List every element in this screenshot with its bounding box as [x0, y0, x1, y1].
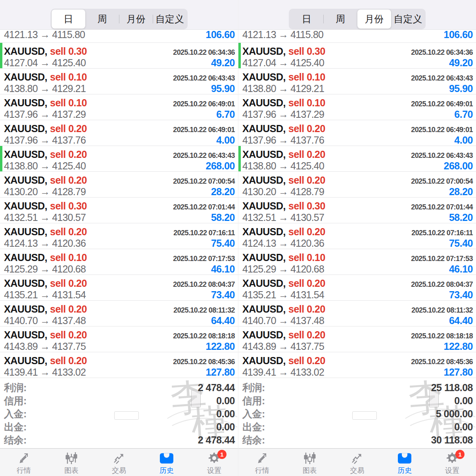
trade-symbol: XAUUSD, — [4, 329, 47, 341]
trade-row[interactable]: XAUUSD, sell 0.10 2025.10.22 06:43:43 41… — [0, 69, 238, 94]
trade-row-line2: 4125.29 → 4120.68 46.10 — [242, 263, 473, 275]
summary-value: 0.00 — [454, 421, 473, 433]
trade-prices: 4137.96 → 4137.29 — [242, 109, 324, 120]
trade-row[interactable]: XAUUSD, sell 0.20 2025.10.22 08:04:37 41… — [0, 275, 238, 301]
tab-charts[interactable]: 图表 — [286, 449, 334, 476]
trade-row[interactable]: XAUUSD, sell 0.30 2025.10.22 07:01:44 41… — [0, 198, 238, 223]
trade-row-partial[interactable]: 4121.13 → 4115.80 106.60 — [238, 30, 476, 43]
tab-charts[interactable]: 图表 — [48, 449, 95, 476]
trade-row[interactable]: XAUUSD, sell 0.20 2025.10.22 08:45:36 41… — [0, 352, 238, 378]
trade-row-line1: XAUUSD, sell 0.30 2025.10.22 06:34:36 — [4, 46, 235, 57]
trade-row[interactable]: XAUUSD, sell 0.20 2025.10.22 08:45:36 41… — [238, 352, 476, 378]
trade-row[interactable]: XAUUSD, sell 0.10 2025.10.22 06:43:43 41… — [238, 69, 476, 94]
profit-highlight-marker — [238, 43, 241, 68]
trade-row-line1: XAUUSD, sell 0.20 2025.10.22 06:43:43 — [4, 149, 235, 160]
trade-side-volume: sell 0.20 — [288, 226, 325, 238]
trade-prices: 4138.80 → 4129.21 — [4, 83, 86, 94]
summary-label: 利润: — [242, 381, 265, 394]
trade-close-time: 2025.10.22 07:16:11 — [411, 229, 473, 237]
trade-side-volume: sell 0.30 — [50, 200, 87, 212]
trade-row-line2: 4138.80 → 4129.21 95.90 — [4, 83, 235, 94]
summary-credit: 信用: 0.00 — [242, 394, 473, 407]
segment-day[interactable]: 日 — [52, 10, 85, 29]
trade-row-line1: XAUUSD, sell 0.30 2025.10.22 07:01:44 — [242, 200, 473, 212]
trade-row[interactable]: XAUUSD, sell 0.20 2025.10.22 08:18:18 41… — [238, 326, 476, 352]
trade-row-line1: XAUUSD, sell 0.20 2025.10.22 07:00:54 — [242, 175, 473, 186]
trade-prices: 4143.89 → 4137.75 — [4, 341, 86, 352]
segment-custom[interactable]: 自定义 — [391, 10, 425, 29]
trade-row[interactable]: XAUUSD, sell 0.20 2025.10.22 08:18:18 41… — [0, 326, 238, 352]
trade-row[interactable]: XAUUSD, sell 0.20 2025.10.22 08:11:32 41… — [0, 301, 238, 326]
trade-row[interactable]: XAUUSD, sell 0.20 2025.10.22 06:49:01 41… — [238, 120, 476, 146]
trade-profit: 106.60 — [206, 29, 235, 40]
trade-row[interactable]: XAUUSD, sell 0.20 2025.10.22 06:43:43 41… — [0, 146, 238, 172]
summary-label: 入金: — [242, 407, 265, 420]
tab-trade[interactable]: 交易 — [334, 449, 381, 476]
trade-history-list[interactable]: 4121.13 → 4115.80 106.60 XAUUSD, sell 0.… — [0, 30, 238, 378]
trade-row-line1: XAUUSD, sell 0.20 2025.10.22 08:18:18 — [242, 329, 473, 341]
trade-row[interactable]: XAUUSD, sell 0.20 2025.10.22 07:16:11 41… — [0, 223, 238, 249]
trade-symbol: XAUUSD, — [242, 200, 286, 212]
bottom-tab-bar: 行情 图表 交易 — [238, 448, 476, 476]
trade-row[interactable]: XAUUSD, sell 0.20 2025.10.22 07:16:11 41… — [238, 223, 476, 249]
trade-row[interactable]: XAUUSD, sell 0.20 2025.10.22 08:11:32 41… — [238, 301, 476, 326]
trade-close-time: 2025.10.22 08:45:36 — [173, 358, 235, 366]
trade-close-time: 2025.10.22 06:49:01 — [411, 100, 473, 108]
segment-month[interactable]: 月份 — [119, 10, 153, 29]
tab-label: 交易 — [112, 466, 126, 475]
trade-row[interactable]: XAUUSD, sell 0.10 2025.10.22 07:17:53 41… — [238, 249, 476, 275]
trade-prices: 4130.20 → 4128.79 — [4, 186, 86, 198]
trade-row[interactable]: XAUUSD, sell 0.20 2025.10.22 07:00:54 41… — [238, 172, 476, 198]
trade-prices: 4132.51 → 4130.57 — [242, 212, 324, 223]
history-panel-month: 日 周 月份 自定义 4121.13 → 4115.80 106.60 XAUU… — [238, 0, 476, 476]
trade-profit: 6.70 — [454, 109, 473, 120]
trade-row[interactable]: XAUUSD, sell 0.20 2025.10.22 07:00:54 41… — [0, 172, 238, 198]
trade-close-time: 2025.10.22 07:00:54 — [411, 177, 473, 186]
trade-rows: XAUUSD, sell 0.30 2025.10.22 06:34:36 41… — [238, 43, 476, 378]
trade-symbol: XAUUSD, — [4, 175, 47, 186]
trade-side-volume: sell 0.20 — [288, 149, 325, 160]
trade-close-time: 2025.10.22 08:45:36 — [411, 358, 473, 366]
trade-prices: 4127.04 → 4125.40 — [4, 57, 86, 69]
trade-symbol: XAUUSD, — [4, 97, 47, 109]
segment-custom[interactable]: 自定义 — [153, 10, 186, 29]
trade-row[interactable]: XAUUSD, sell 0.20 2025.10.22 06:43:43 41… — [238, 146, 476, 172]
segment-day[interactable]: 日 — [290, 10, 323, 29]
tab-quotes[interactable]: 行情 — [0, 449, 48, 476]
segment-week[interactable]: 周 — [323, 10, 357, 29]
trade-row[interactable]: XAUUSD, sell 0.10 2025.10.22 06:49:01 41… — [0, 94, 238, 120]
trade-close-time: 2025.10.22 07:01:44 — [411, 203, 473, 211]
tab-history[interactable]: 历史 — [143, 449, 190, 476]
trade-side-volume: sell 0.20 — [288, 123, 325, 134]
tab-trade[interactable]: 交易 — [95, 449, 143, 476]
trade-close-time: 2025.10.22 07:01:44 — [173, 203, 235, 211]
trade-profit: 75.40 — [211, 238, 235, 249]
tab-settings[interactable]: 1 设置 — [428, 449, 476, 476]
tab-history[interactable]: 历史 — [381, 449, 428, 476]
segment-week[interactable]: 周 — [85, 10, 119, 29]
trade-row[interactable]: XAUUSD, sell 0.20 2025.10.22 06:49:01 41… — [0, 120, 238, 146]
history-panel-day: 日 周 月份 自定义 4121.13 → 4115.80 106.60 XAUU… — [0, 0, 238, 476]
tab-settings[interactable]: 1 设置 — [190, 449, 238, 476]
trade-side-volume: sell 0.20 — [50, 123, 87, 134]
trade-row[interactable]: XAUUSD, sell 0.10 2025.10.22 07:17:53 41… — [0, 249, 238, 275]
trade-row-line2: 4143.89 → 4137.75 122.80 — [4, 341, 235, 352]
tab-quotes[interactable]: 行情 — [238, 449, 286, 476]
trade-row-line2: 4143.89 → 4137.75 122.80 — [242, 341, 473, 352]
trade-history-list[interactable]: 4121.13 → 4115.80 106.60 XAUUSD, sell 0.… — [238, 30, 476, 378]
trade-row-line1: XAUUSD, sell 0.10 2025.10.22 06:49:01 — [242, 97, 473, 109]
history-archive-icon — [159, 451, 174, 465]
trade-row-line2: 4139.41 → 4133.02 127.80 — [242, 367, 473, 378]
trade-profit: 28.20 — [211, 186, 235, 198]
trade-row[interactable]: XAUUSD, sell 0.30 2025.10.22 06:34:36 41… — [0, 43, 238, 69]
trade-row-line2: 4137.96 → 4137.29 6.70 — [242, 109, 473, 120]
settings-badge: 1 — [217, 450, 226, 459]
trade-row[interactable]: XAUUSD, sell 0.30 2025.10.22 07:01:44 41… — [238, 198, 476, 223]
trade-row[interactable]: XAUUSD, sell 0.20 2025.10.22 08:04:37 41… — [238, 275, 476, 301]
trade-row[interactable]: XAUUSD, sell 0.30 2025.10.22 06:34:36 41… — [238, 43, 476, 69]
trade-prices: 4140.70 → 4137.48 — [242, 315, 324, 326]
segment-month[interactable]: 月份 — [357, 10, 391, 29]
trade-row[interactable]: XAUUSD, sell 0.10 2025.10.22 06:49:01 41… — [238, 94, 476, 120]
trade-close-time: 2025.10.22 06:43:43 — [173, 152, 235, 160]
trade-row-partial[interactable]: 4121.13 → 4115.80 106.60 — [0, 30, 238, 43]
